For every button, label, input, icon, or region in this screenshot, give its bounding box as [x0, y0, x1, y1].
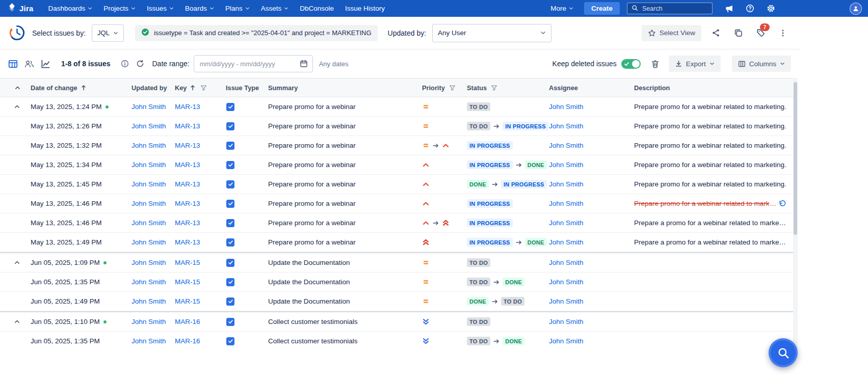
nav-item-dashboards[interactable]: Dashboards — [43, 0, 98, 17]
header-summary[interactable]: Summary — [268, 84, 298, 92]
issue-key-link[interactable]: MAR-13 — [175, 142, 200, 149]
assignee-link[interactable]: John Smith — [549, 278, 584, 286]
header-key[interactable]: Key — [175, 84, 187, 92]
search-box[interactable] — [627, 3, 713, 14]
issue-key-link[interactable]: MAR-16 — [175, 337, 200, 345]
date-range-field[interactable] — [194, 55, 313, 72]
nav-item-assets[interactable]: Assets — [255, 0, 295, 17]
jql-query-chip[interactable]: issuetype = Task and created >= "2025-04… — [135, 25, 378, 41]
search-input[interactable] — [641, 5, 708, 13]
header-assignee[interactable]: Assignee — [549, 84, 578, 92]
issue-key-link[interactable]: MAR-13 — [175, 161, 200, 169]
more-options-kebab-icon[interactable] — [775, 25, 791, 41]
updated-by-link[interactable]: John Smith — [131, 337, 166, 345]
sort-asc-icon[interactable] — [80, 84, 87, 91]
updated-by-link[interactable]: John Smith — [131, 103, 166, 111]
issue-key-link[interactable]: MAR-15 — [175, 297, 200, 305]
collapse-group-icon[interactable] — [14, 318, 20, 325]
collapse-group-icon[interactable] — [14, 259, 20, 266]
nav-item-projects[interactable]: Projects — [98, 0, 141, 17]
assignee-link[interactable]: John Smith — [549, 200, 584, 207]
copy-view-icon[interactable] — [730, 25, 746, 41]
assignee-link[interactable]: John Smith — [549, 219, 584, 227]
updated-by-select[interactable]: Any User — [432, 24, 551, 42]
updated-by-link[interactable]: John Smith — [131, 278, 166, 286]
info-icon[interactable] — [121, 60, 129, 68]
share-icon[interactable] — [707, 25, 724, 41]
assignee-link[interactable]: John Smith — [549, 337, 584, 345]
user-avatar[interactable] — [850, 3, 862, 15]
updated-by-link[interactable]: John Smith — [131, 122, 166, 130]
create-button[interactable]: Create — [584, 2, 620, 15]
nav-item-plans[interactable]: Plans — [220, 0, 255, 17]
updated-by-link[interactable]: John Smith — [131, 297, 166, 305]
header-updated-by[interactable]: Updated by — [131, 84, 167, 92]
header-status[interactable]: Status — [467, 84, 487, 92]
assignee-link[interactable]: John Smith — [549, 161, 584, 169]
chart-view-icon[interactable] — [41, 59, 50, 69]
filter-funnel-icon[interactable] — [491, 85, 497, 91]
assignee-link[interactable]: John Smith — [549, 259, 584, 266]
updated-by-link[interactable]: John Smith — [131, 180, 166, 188]
filter-funnel-icon[interactable] — [200, 85, 207, 91]
assignee-link[interactable]: John Smith — [549, 318, 584, 325]
header-priority[interactable]: Priority — [422, 84, 445, 92]
scrollbar-thumb[interactable] — [794, 82, 797, 235]
header-issue-type[interactable]: Issue Type — [226, 84, 259, 92]
keep-deleted-toggle[interactable] — [621, 59, 641, 69]
search-fab-button[interactable] — [769, 338, 798, 367]
assignee-link[interactable]: John Smith — [549, 142, 584, 149]
settings-gear-icon[interactable] — [767, 4, 775, 13]
query-mode-dropdown[interactable]: JQL — [92, 24, 124, 42]
updated-by-link[interactable]: John Smith — [131, 238, 166, 246]
refresh-icon[interactable] — [136, 60, 144, 68]
sort-asc-icon[interactable] — [189, 84, 196, 91]
updated-by-link[interactable]: John Smith — [131, 259, 166, 266]
filter-funnel-icon[interactable] — [449, 85, 456, 91]
vertical-scrollbar[interactable] — [793, 78, 798, 349]
help-icon[interactable] — [746, 4, 754, 13]
assignee-link[interactable]: John Smith — [549, 297, 584, 305]
nav-item-issue-history[interactable]: Issue History — [339, 0, 390, 17]
nav-item-boards[interactable]: Boards — [179, 0, 220, 17]
issue-key-link[interactable]: MAR-16 — [175, 318, 200, 325]
nav-item-dbconsole[interactable]: DbConsole — [294, 0, 339, 17]
collapse-all-icon[interactable] — [14, 85, 21, 91]
issue-key-link[interactable]: MAR-13 — [175, 122, 200, 130]
collapse-group-icon[interactable] — [14, 103, 20, 110]
select-view-button[interactable]: Select View — [642, 25, 701, 41]
columns-button[interactable]: Columns — [732, 56, 791, 72]
issue-key-link[interactable]: MAR-13 — [175, 103, 200, 111]
export-button[interactable]: Export — [669, 56, 721, 72]
table-view-icon[interactable] — [8, 59, 18, 69]
table-cell — [422, 122, 467, 130]
issue-key-link[interactable]: MAR-13 — [175, 200, 200, 207]
people-view-icon[interactable] — [24, 59, 34, 69]
trash-icon[interactable] — [651, 60, 660, 68]
header-description[interactable]: Description — [634, 84, 670, 92]
jira-logo[interactable]: Jira — [7, 3, 34, 14]
nav-item-issues[interactable]: Issues — [141, 0, 179, 17]
header-date-of-change[interactable]: Date of change — [31, 84, 77, 92]
table-cell — [226, 122, 268, 130]
issue-key-link[interactable]: MAR-13 — [175, 219, 200, 227]
assignee-link[interactable]: John Smith — [549, 122, 584, 130]
updated-by-link[interactable]: John Smith — [131, 219, 166, 227]
issue-key-link[interactable]: MAR-15 — [175, 259, 200, 266]
nav-more[interactable]: More — [545, 0, 579, 17]
assignee-link[interactable]: John Smith — [549, 180, 584, 188]
announcements-megaphone-icon[interactable] — [725, 4, 733, 13]
calendar-icon[interactable] — [300, 60, 308, 68]
updated-by-link[interactable]: John Smith — [131, 200, 166, 207]
updated-by-link[interactable]: John Smith — [131, 318, 166, 325]
labels-tag-icon[interactable]: 7 — [752, 25, 769, 41]
issue-key-link[interactable]: MAR-15 — [175, 278, 200, 286]
issue-key-link[interactable]: MAR-13 — [175, 180, 200, 188]
updated-by-link[interactable]: John Smith — [131, 142, 166, 149]
issue-key-link[interactable]: MAR-13 — [175, 238, 200, 246]
restore-description-icon[interactable] — [778, 200, 786, 208]
updated-by-link[interactable]: John Smith — [131, 161, 166, 169]
date-range-input[interactable] — [199, 60, 300, 68]
assignee-link[interactable]: John Smith — [549, 238, 584, 246]
assignee-link[interactable]: John Smith — [549, 103, 584, 111]
